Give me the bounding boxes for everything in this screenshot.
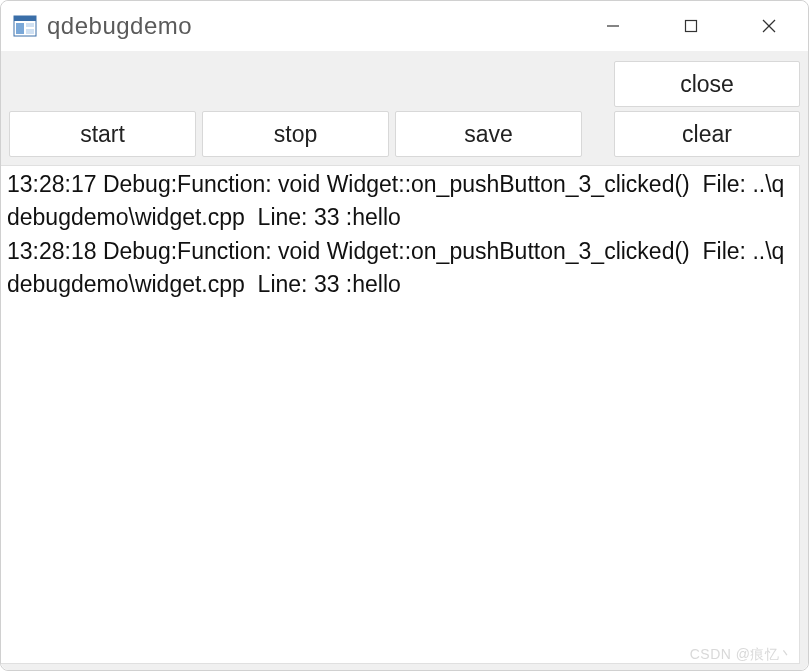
close-button[interactable]: close bbox=[614, 61, 800, 107]
start-button[interactable]: start bbox=[9, 111, 196, 157]
svg-rect-6 bbox=[686, 21, 697, 32]
titlebar: qdebugdemo bbox=[1, 1, 808, 51]
client-area: close start stop save clear 13:28:17 Deb… bbox=[1, 51, 808, 670]
minimize-button[interactable] bbox=[574, 1, 652, 51]
save-button[interactable]: save bbox=[395, 111, 582, 157]
clear-button[interactable]: clear bbox=[614, 111, 800, 157]
stop-button[interactable]: stop bbox=[202, 111, 389, 157]
window-controls bbox=[574, 1, 808, 51]
svg-rect-1 bbox=[14, 16, 36, 21]
window-close-button[interactable] bbox=[730, 1, 808, 51]
app-window: qdebugdemo close start stop save clear bbox=[0, 0, 809, 671]
app-icon bbox=[13, 14, 37, 38]
svg-rect-3 bbox=[26, 23, 34, 27]
svg-rect-2 bbox=[16, 23, 24, 34]
log-output[interactable]: 13:28:17 Debug:Function: void Widget::on… bbox=[1, 165, 800, 664]
window-title: qdebugdemo bbox=[47, 12, 192, 40]
log-line: 13:28:18 Debug:Function: void Widget::on… bbox=[7, 238, 784, 297]
svg-rect-4 bbox=[26, 29, 34, 34]
maximize-button[interactable] bbox=[652, 1, 730, 51]
log-line: 13:28:17 Debug:Function: void Widget::on… bbox=[7, 171, 784, 230]
